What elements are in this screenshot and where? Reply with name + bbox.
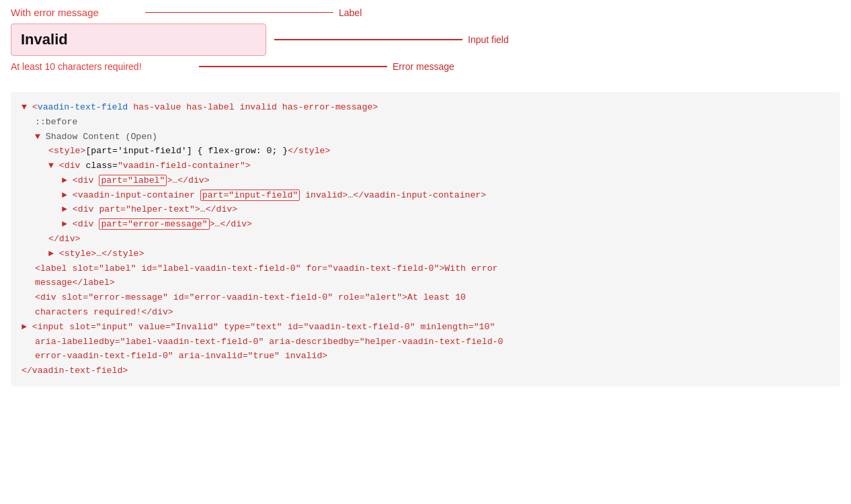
before-pseudo: ::before	[35, 117, 77, 127]
tri-7: ►	[62, 190, 73, 200]
input-row: Input field	[11, 24, 840, 56]
code-line-13: <div slot="error-message" id="error-vaad…	[22, 290, 829, 305]
code-line-7: ► <vaadin-input-container part="input-fi…	[22, 188, 829, 203]
style-close: </style>	[288, 146, 330, 156]
error-close: characters required!</div>	[35, 307, 173, 317]
code-section: ▼ <vaadin-text-field has-value has-label…	[11, 92, 840, 386]
code-line-4: <style>[part='input-field'] { flex-grow:…	[22, 144, 829, 159]
code-line-17: </vaadin-text-field>	[22, 364, 829, 378]
code-line-16: error-vaadin-text-field-0" aria-invalid=…	[22, 349, 829, 364]
label-line	[145, 12, 333, 13]
code-line-5: ▼ <div class="vaadin-field-container">	[22, 159, 829, 173]
demo-section: With error message Label Input field At …	[11, 7, 840, 79]
code-line-15: aria-labelledby="label-vaadin-text-field…	[22, 335, 829, 349]
error-annotation-line: Error message	[199, 61, 840, 72]
invalid-attr: invalid>…</vaadin-input-container>	[300, 190, 486, 200]
tag-end: </vaadin-text-field>	[22, 366, 128, 376]
tag-open-1: <	[32, 102, 38, 112]
code-line-12: <label slot="label" id="label-vaadin-tex…	[22, 261, 829, 276]
class-val: "vaadin-field-container"	[118, 161, 245, 171]
input-annotation-line: Input field	[274, 34, 840, 45]
input-slot: <input slot="input" value="Invalid" type…	[32, 322, 495, 332]
label-annotation: Label	[339, 7, 362, 18]
tri-8: ►	[62, 204, 73, 214]
input-line	[274, 39, 462, 40]
tri-9: ►	[62, 219, 73, 229]
highlighted-input-field-part: part="input-field"	[200, 190, 300, 201]
triangle-3: ▼	[35, 132, 46, 142]
aria-invalid: error-vaadin-text-field-0" aria-invalid=…	[35, 351, 327, 361]
style-dots: <style>…</style>	[59, 249, 145, 259]
style-content: [part='input-field'] { flex-grow: 0; }	[85, 146, 288, 156]
div-helper: <div part="helper-text">…</div>	[73, 204, 237, 214]
field-label: With error message	[11, 7, 145, 18]
label-row: With error message Label	[11, 7, 840, 18]
part-error-msg: part="error-message"	[101, 219, 207, 229]
code-line-13b: characters required!</div>	[22, 305, 829, 320]
code-line-10: </div>	[22, 232, 829, 247]
tag-close-1: >	[372, 102, 378, 112]
code-line-12b: message</label>	[22, 276, 829, 290]
part-label: part="label"	[101, 175, 165, 185]
code-line-1: ▼ <vaadin-text-field has-value has-label…	[22, 100, 829, 115]
aria-attrs: aria-labelledby="label-vaadin-text-field…	[35, 337, 503, 347]
div-gt: >	[245, 161, 251, 171]
div-6: <div	[73, 175, 99, 185]
code-line-2: ::before	[22, 115, 829, 130]
part-input-field: part="input-field"	[202, 190, 298, 200]
highlighted-error-part: part="error-message"	[99, 218, 209, 230]
code-line-8: ► <div part="helper-text">…</div>	[22, 202, 829, 217]
div-error-post: >…</div>	[210, 219, 252, 229]
input-annotation: Input field	[468, 34, 509, 45]
label-slot: <label slot="label" id="label-vaadin-tex…	[35, 263, 498, 274]
div-6-close: >…</div>	[167, 175, 209, 185]
tag-attrs-1: has-value has-label invalid has-error-me…	[128, 102, 372, 112]
label-close: message</label>	[35, 278, 115, 288]
error-message-text: At least 10 characters required!	[11, 61, 199, 72]
style-tag: <style>	[48, 146, 85, 156]
code-line-14: ► <input slot="input" value="Invalid" ty…	[22, 320, 829, 335]
error-row: At least 10 characters required! Error m…	[11, 61, 840, 72]
highlighted-label-part: part="label"	[99, 175, 167, 186]
error-slot: <div slot="error-message" id="error-vaad…	[35, 292, 466, 302]
triangle-1: ▼	[22, 102, 32, 112]
div-open: <div	[59, 161, 86, 171]
vaadin-input: <vaadin-input-container	[73, 190, 200, 200]
tri-14: ►	[22, 322, 32, 332]
error-annotation: Error message	[393, 61, 454, 72]
tag-name-1: vaadin-text-field	[38, 102, 128, 112]
code-line-3: ▼ Shadow Content (Open)	[22, 130, 829, 144]
label-annotation-line: Label	[145, 7, 840, 18]
tri-6: ►	[62, 175, 73, 185]
code-line-6: ► <div part="label">…</div>	[22, 173, 829, 188]
shadow-content: Shadow Content (Open)	[46, 132, 157, 142]
code-line-11: ► <style>…</style>	[22, 247, 829, 261]
class-attr: class=	[85, 161, 117, 171]
div-error-pre: <div	[73, 219, 99, 229]
code-line-9: ► <div part="error-message">…</div>	[22, 217, 829, 232]
div-close: </div>	[48, 234, 80, 244]
error-line	[199, 66, 387, 67]
triangle-5: ▼	[48, 161, 59, 171]
invalid-input-field[interactable]	[11, 24, 266, 56]
tri-11: ►	[48, 249, 59, 259]
